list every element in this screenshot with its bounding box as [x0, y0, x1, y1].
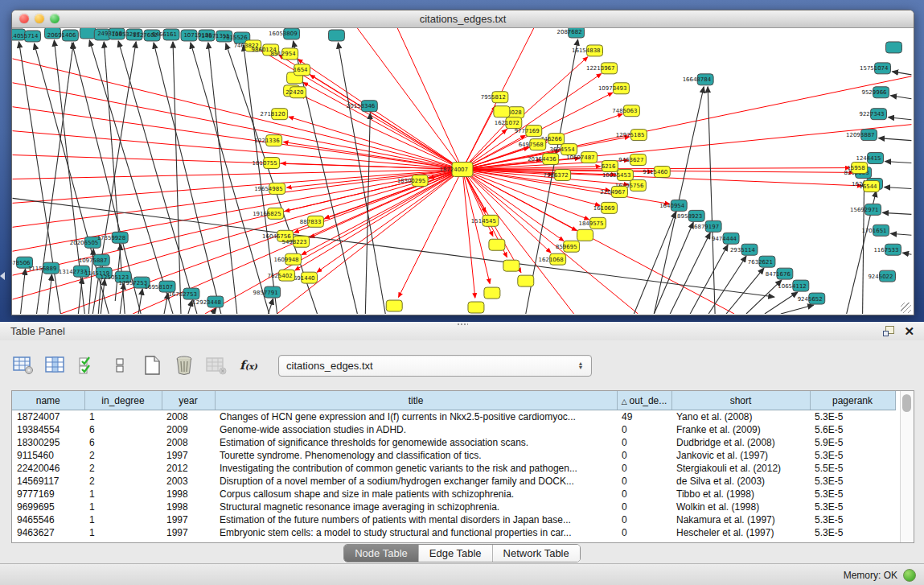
table-cell[interactable]: 22420046 — [12, 462, 84, 475]
table-cell[interactable]: Wolkin et al. (1998) — [671, 501, 810, 513]
column-header-year[interactable]: year — [162, 391, 215, 410]
graph-node[interactable] — [503, 260, 519, 271]
tab-node-table[interactable]: Node Table — [344, 545, 419, 562]
column-header-name[interactable]: name — [12, 391, 84, 410]
table-row[interactable]: 946554611997Estimation of the future num… — [12, 513, 895, 526]
table-cell[interactable]: Corpus callosum shape and size in male p… — [215, 488, 617, 501]
table-cell[interactable]: Investigating the contribution of common… — [215, 462, 617, 475]
delete-column-button[interactable] — [172, 353, 196, 377]
graph-node[interactable] — [328, 30, 344, 41]
table-cell[interactable]: 18300295 — [12, 436, 84, 449]
column-header-in_degree[interactable]: in_degree — [84, 391, 162, 410]
network-window-titlebar[interactable]: citations_edges.txt — [12, 10, 914, 28]
table-cell[interactable]: 1 — [84, 526, 162, 539]
table-cell[interactable]: Genome-wide association studies in ADHD. — [215, 423, 617, 436]
column-header-pagerank[interactable]: pagerank — [810, 391, 895, 410]
table-cell[interactable]: 14569117 — [12, 475, 84, 488]
graph-node[interactable] — [386, 300, 402, 311]
table-cell[interactable]: 2 — [84, 475, 162, 488]
table-cell[interactable]: 2009 — [162, 423, 215, 436]
graph-node[interactable] — [489, 239, 505, 250]
table-cell[interactable]: Structural magnetic resonance image aver… — [215, 501, 617, 513]
window-resize-grip[interactable] — [901, 303, 911, 313]
graph-node[interactable] — [518, 275, 534, 286]
column-header-title[interactable]: title — [215, 391, 617, 410]
table-cell[interactable]: 0 — [617, 436, 671, 449]
table-cell[interactable]: 2 — [84, 462, 162, 475]
table-cell[interactable]: Hescheler et al. (1997) — [671, 526, 810, 539]
graph-node[interactable] — [494, 106, 510, 117]
show-columns-button[interactable] — [43, 353, 68, 377]
table-row[interactable]: 946362711997Embryonic stem cells: a mode… — [12, 526, 895, 539]
table-cell[interactable]: Changes of HCN gene expression and I(f) … — [215, 410, 617, 424]
table-cell[interactable]: 18724007 — [12, 410, 84, 424]
table-row[interactable]: 969969511998Structural magnetic resonanc… — [12, 501, 895, 513]
table-cell[interactable]: 1 — [84, 501, 162, 513]
splitter-handle[interactable] — [457, 323, 468, 327]
scrollbar-thumb[interactable] — [902, 394, 911, 412]
table-cell[interactable]: 0 — [617, 526, 671, 539]
table-cell[interactable]: 0 — [617, 475, 671, 488]
close-window-button[interactable] — [19, 14, 29, 23]
table-cell[interactable]: 5.3E-5 — [810, 488, 895, 501]
table-cell[interactable]: 0 — [617, 449, 671, 462]
table-cell[interactable]: 1998 — [162, 501, 215, 513]
table-cell[interactable]: 5.9E-5 — [810, 436, 895, 449]
table-cell[interactable]: 0 — [617, 501, 671, 513]
row-height-button[interactable] — [108, 353, 132, 377]
panel-collapse-arrow-icon[interactable] — [0, 272, 5, 280]
table-row[interactable]: 1872400712008Changes of HCN gene express… — [12, 410, 895, 424]
table-cell[interactable]: 0 — [617, 423, 671, 436]
attribute-table[interactable]: namein_degreeyeartitle△out_de...shortpag… — [12, 391, 896, 539]
table-cell[interactable]: 5.3E-5 — [810, 449, 895, 462]
table-cell[interactable]: 0 — [617, 488, 671, 501]
tab-network-table[interactable]: Network Table — [493, 545, 580, 562]
network-graph[interactable]: 1872400714055714206914062493719106532871… — [12, 28, 912, 314]
table-cell[interactable]: Stergiakouli et al. (2012) — [671, 462, 810, 475]
graph-node[interactable] — [886, 42, 902, 53]
table-cell[interactable]: 5.3E-5 — [810, 513, 895, 526]
table-cell[interactable]: 5.3E-5 — [810, 501, 895, 513]
table-cell[interactable]: Nakamura et al. (1997) — [671, 513, 810, 526]
zoom-window-button[interactable] — [50, 14, 60, 23]
table-cell[interactable]: Estimation of significance thresholds fo… — [215, 436, 617, 449]
table-cell[interactable]: 0 — [617, 462, 671, 475]
table-cell[interactable]: 2003 — [162, 475, 215, 488]
function-builder-button[interactable]: f(x) — [236, 353, 261, 377]
table-cell[interactable]: Tibbo et al. (1998) — [671, 488, 810, 501]
table-cell[interactable]: Yano et al. (2008) — [671, 410, 810, 424]
tab-edge-table[interactable]: Edge Table — [419, 545, 493, 562]
table-cell[interactable]: 9777169 — [12, 488, 84, 501]
table-cell[interactable]: 2008 — [162, 410, 215, 424]
graph-node[interactable] — [577, 229, 593, 241]
table-cell[interactable]: Embryonic stem cells: a model to study s… — [215, 526, 617, 539]
graph-node[interactable] — [80, 28, 96, 39]
table-cell[interactable]: Dudbridge et al. (2008) — [671, 436, 810, 449]
float-panel-icon[interactable] — [883, 326, 894, 336]
column-header-short[interactable]: short — [671, 391, 810, 410]
table-cell[interactable]: 6 — [84, 436, 162, 449]
table-mode-button[interactable] — [11, 353, 35, 377]
table-cell[interactable]: 1998 — [162, 488, 215, 501]
table-vertical-scrollbar[interactable] — [900, 391, 914, 542]
table-cell[interactable]: 9463627 — [12, 526, 84, 539]
create-column-button[interactable] — [140, 353, 164, 377]
table-cell[interactable]: Jankovic et al. (1997) — [671, 449, 810, 462]
table-cell[interactable]: 1997 — [162, 526, 215, 539]
column-header-out_de[interactable]: △out_de... — [617, 391, 671, 410]
table-cell[interactable]: 19384554 — [12, 423, 84, 436]
table-cell[interactable]: 5.3E-5 — [810, 410, 895, 424]
graph-node[interactable] — [484, 287, 500, 299]
table-cell[interactable]: 2 — [84, 449, 162, 462]
table-row[interactable]: 911546021997Tourette syndrome. Phenomeno… — [12, 449, 895, 462]
table-cell[interactable]: Franke et al. (2009) — [671, 423, 810, 436]
table-cell[interactable]: 1 — [84, 410, 162, 424]
table-cell[interactable]: de Silva et al. (2003) — [671, 475, 810, 488]
table-cell[interactable]: 2012 — [162, 462, 215, 475]
table-cell[interactable]: 5.6E-5 — [810, 423, 895, 436]
table-cell[interactable]: 9465546 — [12, 513, 84, 526]
table-cell[interactable]: 49 — [617, 410, 671, 424]
network-canvas[interactable]: 1872400714055714206914062493719106532871… — [12, 28, 912, 314]
graph-node[interactable] — [468, 302, 484, 313]
table-row[interactable]: 977716911998Corpus callosum shape and si… — [12, 488, 895, 501]
